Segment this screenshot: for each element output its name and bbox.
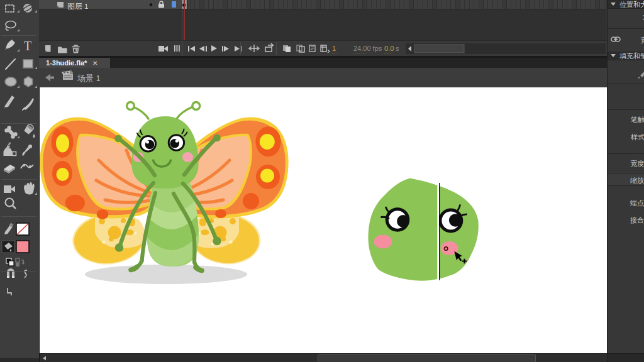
svg-text:...: ...	[332, 50, 338, 55]
svg-text:s: s	[396, 45, 399, 52]
svg-text:T: T	[24, 39, 31, 53]
svg-text:....: ....	[384, 50, 392, 55]
svg-text:.......: .......	[353, 50, 367, 55]
